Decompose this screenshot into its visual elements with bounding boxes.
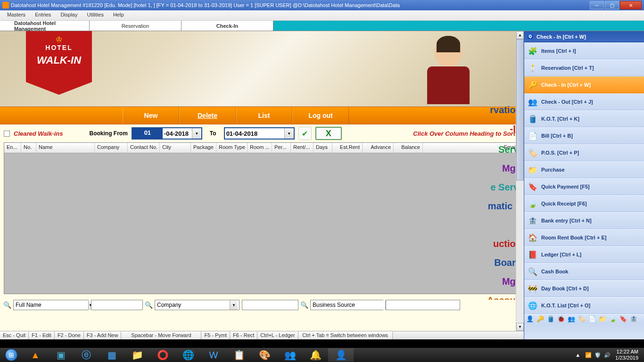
taskbar-app3[interactable]: 📋 [226,348,252,362]
sidebar-item-5[interactable]: 📄Bill [Ctrl + B] [524,127,644,144]
col-roomtype[interactable]: Room Type [216,143,248,153]
mini-icon[interactable]: 🏦 [630,315,637,323]
fullname-filter-input[interactable] [91,300,143,310]
close-button[interactable]: ✕ [620,1,642,9]
col-rent[interactable]: Rent/... [291,143,314,153]
export-excel-button[interactable]: X [315,127,342,140]
minimize-button[interactable]: ─ [590,1,604,9]
quick-f2[interactable]: F2 - Done [55,331,84,339]
taskbar-explorer[interactable]: 📁 [124,348,150,362]
sidebar-item-0[interactable]: 🧩Items [Ctrl + I] [524,42,644,59]
col-en[interactable]: En... [4,143,21,153]
sidebar-item-12[interactable]: 📕Ledger [Ctrl + L] [524,246,644,263]
app-tab[interactable]: Datotahost Hotel Management [0,21,90,31]
mini-icon[interactable]: 🔑 [537,315,544,323]
business-source-filter-input[interactable] [386,300,460,310]
taskbar-opera[interactable]: ⭕ [150,348,175,362]
col-email[interactable]: Email [423,143,520,153]
mini-icon[interactable]: 📁 [599,315,606,323]
mini-icon[interactable]: 🔖 [619,315,627,323]
start-button[interactable] [0,348,23,362]
sidebar-item-3[interactable]: 👥Check - Out [Ctrl + J] [524,93,644,110]
col-per[interactable]: Per... [272,143,291,153]
logout-button[interactable]: Log out [292,107,349,124]
mini-icon[interactable]: 🍃 [609,315,617,323]
walkins-grid[interactable]: En... No. Name Company Contact No. City … [4,142,520,294]
taskbar-current-app[interactable]: 👤 [328,348,354,362]
sidebar-item-11[interactable]: 🏠Room Rent Book [Ctrl + E] [524,229,644,246]
business-source-combo[interactable]: ▼ [310,300,383,310]
company-input[interactable] [155,300,230,310]
taskbar-vlc[interactable]: ▲ [23,348,48,362]
sidebar-item-7[interactable]: 📁Purchase [524,161,644,178]
new-button[interactable]: New [123,107,179,124]
taskbar-ie[interactable]: ⓔ [74,348,99,362]
col-company[interactable]: Company [95,143,128,153]
sidebar-item-2[interactable]: 🔑Check - In [Ctrl + W] [524,76,644,93]
col-days[interactable]: Days [314,143,332,153]
sidebar-item-13[interactable]: 🔍Cash Book [524,263,644,280]
mini-icon[interactable]: 📄 [588,315,596,323]
vertical-scrollbar[interactable]: ▲ ▼ [516,31,524,331]
col-name[interactable]: Name [36,143,95,153]
list-button[interactable]: List [236,107,292,124]
taskbar-paint[interactable]: 🎨 [252,348,277,362]
sidebar-item-14[interactable]: 🚧Day Book [Ctrl + D] [524,280,644,297]
col-room[interactable]: Room ... [248,143,272,153]
taskbar-clock[interactable]: 12:22 AM 1/23/2019 [615,349,638,361]
apply-filter-button[interactable]: ✔ [298,127,312,140]
sidebar-item-15[interactable]: 🌐K.O.T. List [Ctrl + O] [524,297,644,314]
fullname-combo[interactable]: ▼ [13,300,89,310]
quick-ctrl-l[interactable]: Ctrl+L - Ledger [257,331,298,339]
search-icon[interactable]: 🔍 [301,302,308,309]
to-date-picker[interactable]: 01-04-2018 ▼ [224,127,295,140]
menu-utilities[interactable]: Utilities [82,10,108,20]
col-estrent[interactable]: Est.Rent [332,143,363,153]
chevron-down-icon[interactable]: ▼ [230,300,238,310]
menu-masters[interactable]: Masters [2,10,30,20]
col-advance[interactable]: Advance [363,143,394,153]
taskbar-app2[interactable]: ▦ [99,348,124,362]
company-filter-input[interactable] [242,300,298,310]
tab-checkin[interactable]: Check-In [182,21,273,31]
taskbar-app5[interactable]: 🔔 [303,348,328,362]
mini-icon[interactable]: 👥 [568,315,575,323]
quick-spacebar[interactable]: Spacebar - Move Forward [121,331,201,339]
sidebar-item-8[interactable]: 🔖Quick Payment [F5] [524,178,644,195]
col-no[interactable]: No. [21,143,36,153]
company-combo[interactable]: ▼ [155,300,239,310]
scroll-up-button[interactable]: ▲ [516,31,524,39]
menu-help[interactable]: Help [108,10,129,20]
sidebar-item-10[interactable]: 🏦Bank entry [Ctrl + N] [524,212,644,229]
col-city[interactable]: City [160,143,191,153]
quick-f3[interactable]: F3 - Add New [84,331,122,339]
mini-icon[interactable]: 👤 [526,315,534,323]
col-balance[interactable]: Balance [394,143,423,153]
quick-ctrl-tab[interactable]: Ctrl + Tab = Switch between windows [298,331,393,339]
menu-display[interactable]: Display [56,10,82,20]
tab-reservation[interactable]: Reservation [90,21,182,31]
mini-icon[interactable]: 🛢️ [547,315,554,323]
quick-f1[interactable]: F1 - Edit [29,331,55,339]
search-icon[interactable]: 🔍 [4,302,11,309]
sidebar-item-1[interactable]: 🕯️Reservation [Ctrl + T] [524,59,644,76]
mini-icon[interactable]: 🐞 [557,315,565,323]
scroll-thumb[interactable] [516,39,524,181]
taskbar-app1[interactable]: ▣ [48,348,74,362]
sidebar-item-9[interactable]: 🍃Quick Receipt [F6] [524,195,644,212]
sidebar-item-4[interactable]: 🛢️K.O.T. [Ctrl + K] [524,110,644,127]
taskbar-chrome[interactable]: 🌐 [175,348,201,362]
fullname-input[interactable] [14,300,88,310]
sidebar-item-6[interactable]: 🏷️P.O.S. [Ctrl + P] [524,144,644,161]
from-date-dropdown-icon[interactable]: ▼ [192,128,201,139]
tray-show-hidden-icon[interactable]: ▲ [575,352,580,358]
menu-entries[interactable]: Entries [30,10,56,20]
cleared-walkins-checkbox[interactable] [4,131,10,137]
scroll-down-button[interactable]: ▼ [516,323,524,331]
maximize-button[interactable]: ▢ [605,1,619,9]
delete-button[interactable]: Delete [179,107,236,124]
tray-network-icon[interactable]: 📶 [585,352,592,358]
quick-f6[interactable]: F6 - Rect [230,331,257,339]
mini-icon[interactable]: 🏷️ [578,315,586,323]
tray-volume-icon[interactable]: 🔊 [604,352,611,358]
